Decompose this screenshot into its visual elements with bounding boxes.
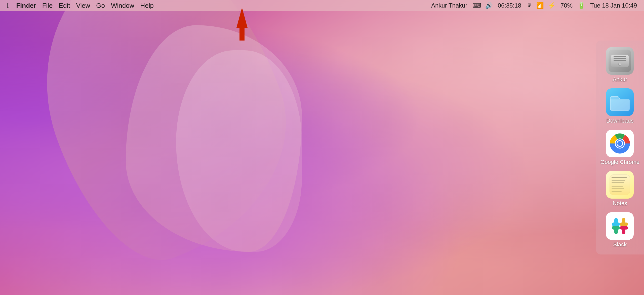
downloads-label: Downloads	[606, 118, 634, 124]
menubar-view[interactable]: View	[73, 1, 93, 11]
slack-icon	[606, 212, 634, 240]
svg-rect-10	[612, 226, 620, 230]
menubar-go[interactable]: Go	[94, 1, 107, 11]
date-time-display: Tue 18 Jan 10:49	[588, 2, 639, 10]
notes-label: Notes	[613, 200, 627, 207]
apple-menu[interactable]: 	[4, 1, 13, 11]
svg-rect-12	[620, 226, 628, 230]
notes-icon	[606, 171, 634, 199]
downloads-icon	[606, 88, 634, 116]
menubar-edit[interactable]: Edit	[56, 1, 73, 11]
keyboard-status-icon[interactable]: ⌨	[471, 2, 482, 10]
menubar-finder[interactable]: Finder	[14, 1, 38, 11]
ankur-icon	[606, 47, 634, 75]
ankur-label: Ankur	[613, 76, 627, 83]
menubar-left:  Finder File Edit View Go Window Help	[0, 1, 156, 11]
slack-label: Slack	[613, 241, 627, 248]
dock-item-downloads[interactable]: Downloads	[605, 87, 635, 126]
svg-rect-6	[612, 223, 620, 226]
dock-item-chrome[interactable]: Google Chrome	[599, 128, 641, 167]
chrome-label: Google Chrome	[600, 159, 639, 165]
dock-item-slack[interactable]: Slack	[605, 211, 635, 249]
menubar-right: Ankur Thakur ⌨ 🔊 06:35:18 🎙 📶 ⚡ 70% 🔋 Tu…	[429, 2, 644, 10]
dock-item-ankur[interactable]: Ankur	[605, 46, 635, 84]
clock-display: 06:35:18	[496, 2, 523, 10]
battery-percentage: 70%	[558, 2, 575, 10]
svg-point-4	[617, 141, 622, 146]
menubar-window[interactable]: Window	[108, 1, 137, 11]
user-name[interactable]: Ankur Thakur	[429, 2, 469, 10]
mic-status-icon[interactable]: 🎙	[525, 2, 533, 10]
volume-status-icon[interactable]: 🔊	[484, 2, 494, 10]
menubar:  Finder File Edit View Go Window Help A…	[0, 0, 644, 11]
dock: Ankur Downloads	[596, 41, 644, 254]
chrome-icon	[606, 130, 634, 157]
menubar-help[interactable]: Help	[138, 1, 156, 11]
desktop-wallpaper	[0, 0, 644, 295]
battery-status-icon[interactable]: 🔋	[577, 2, 586, 10]
dock-item-notes[interactable]: Notes	[605, 169, 635, 208]
svg-rect-8	[620, 223, 628, 226]
bluetooth-status-icon[interactable]: ⚡	[547, 2, 556, 10]
menubar-file[interactable]: File	[40, 1, 55, 11]
wifi-status-icon[interactable]: 📶	[535, 2, 545, 10]
